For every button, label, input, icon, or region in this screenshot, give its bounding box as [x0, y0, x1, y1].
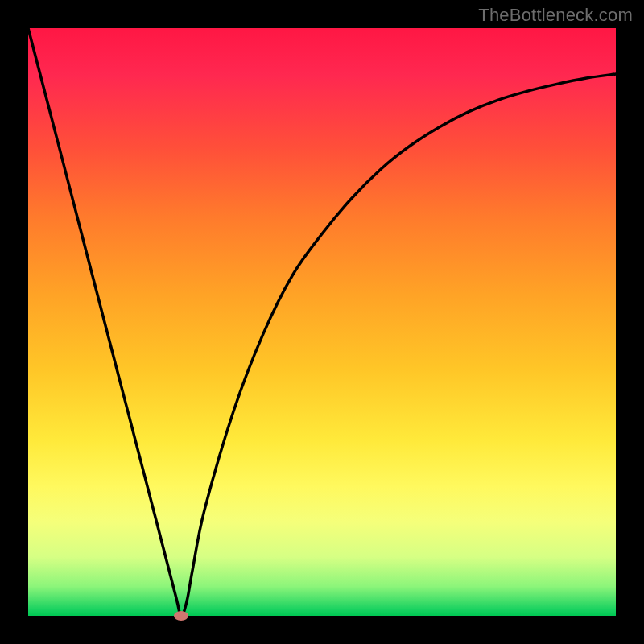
attribution-text: TheBottleneck.com [478, 5, 633, 26]
trough-marker [174, 611, 188, 621]
chart-frame: TheBottleneck.com [0, 0, 644, 644]
bottleneck-curve [28, 28, 616, 616]
